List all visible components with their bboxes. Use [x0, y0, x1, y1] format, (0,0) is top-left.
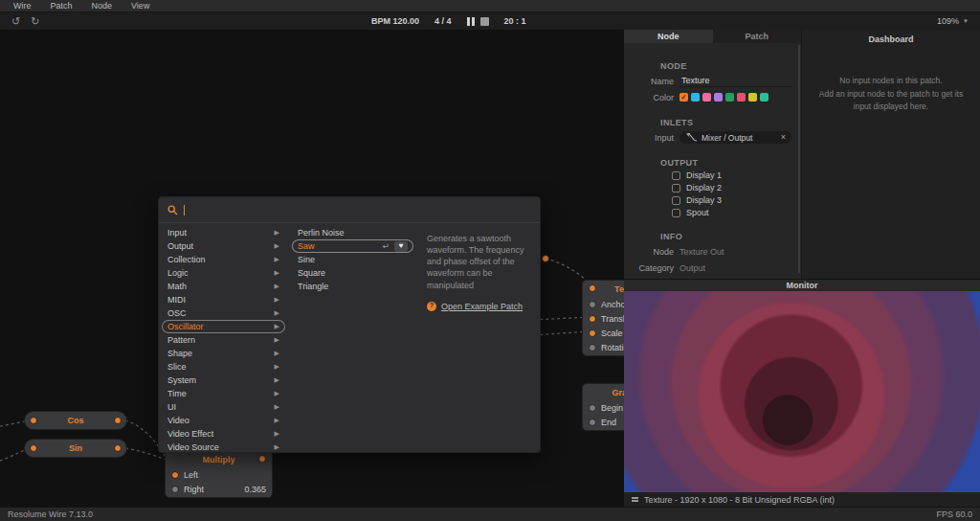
chevron-right-icon: ▶ — [275, 350, 279, 357]
node-name-input[interactable]: Texture — [679, 76, 792, 87]
category-label: Logic — [167, 268, 189, 278]
node-search[interactable] — [159, 197, 540, 223]
node-multiply[interactable]: Multiply Left Right 0.365 — [165, 450, 273, 498]
menu-patch[interactable]: Patch — [41, 1, 82, 11]
menu-view[interactable]: View — [122, 1, 159, 11]
color-swatch[interactable] — [737, 93, 746, 102]
remove-connection-icon[interactable]: × — [781, 133, 786, 142]
bpm-display[interactable]: BPM 120.00 — [371, 16, 419, 26]
output-option: Display 3 — [672, 195, 801, 205]
color-swatch[interactable] — [691, 93, 700, 102]
row-label: End — [601, 418, 616, 427]
input-port[interactable] — [589, 284, 596, 292]
input-port[interactable] — [171, 486, 179, 493]
row-value[interactable]: 0.365 — [244, 485, 266, 494]
time-signature[interactable]: 4 / 4 — [434, 16, 452, 26]
output-port[interactable] — [114, 417, 122, 424]
panel-scrollbar[interactable] — [798, 45, 800, 273]
category-item[interactable]: Logic ▶ — [159, 266, 288, 280]
category-item[interactable]: Shape ▶ — [159, 347, 288, 360]
chevron-right-icon: ▶ — [275, 269, 279, 277]
color-swatch[interactable] — [748, 93, 757, 102]
input-port[interactable] — [589, 329, 596, 337]
color-swatch[interactable] — [702, 93, 711, 102]
category-item[interactable]: Time ▶ — [159, 387, 288, 400]
color-swatch[interactable] — [760, 93, 768, 102]
input-port[interactable] — [30, 417, 37, 424]
input-port[interactable] — [589, 344, 596, 351]
result-label: Triangle — [298, 282, 328, 291]
node-row: End — [583, 415, 624, 429]
category-label: Slice — [167, 362, 187, 372]
undo-icon[interactable]: ↺ — [11, 16, 20, 27]
redo-icon[interactable]: ↻ — [31, 16, 39, 27]
pause-icon[interactable] — [467, 17, 475, 26]
color-swatch[interactable] — [714, 93, 723, 102]
category-item[interactable]: Pattern ▶ — [159, 333, 288, 347]
checkbox[interactable] — [672, 171, 680, 180]
input-port[interactable] — [589, 419, 596, 426]
stop-icon[interactable] — [480, 17, 489, 26]
result-item[interactable]: Square ↵ ♥ — [288, 266, 417, 280]
pause-icon[interactable] — [632, 497, 638, 502]
checkbox-label: Display 3 — [686, 195, 722, 205]
category-item[interactable]: System ▶ — [159, 374, 288, 387]
category-item[interactable]: Collection ▶ — [159, 253, 288, 266]
category-item[interactable]: Video Effect ▶ — [159, 427, 288, 441]
category-item[interactable]: Input ▶ — [159, 226, 288, 239]
result-item[interactable]: Sine ↵ ♥ — [288, 253, 417, 266]
category-item[interactable]: OSC ▶ — [159, 306, 288, 320]
output-port[interactable] — [258, 455, 266, 463]
category-item[interactable]: Oscillator ▶ — [162, 320, 285, 333]
result-item[interactable]: Perlin Noise ↵ ♥ — [288, 226, 417, 239]
category-item[interactable]: Video ▶ — [159, 414, 288, 427]
category-item[interactable]: MIDI ▶ — [159, 293, 288, 306]
chevron-right-icon: ▶ — [275, 390, 279, 397]
output-port[interactable] — [114, 444, 122, 452]
node-gradient[interactable]: Gradient Begin End — [582, 383, 624, 431]
input-port[interactable] — [589, 301, 596, 308]
search-icon — [167, 205, 178, 215]
help-icon: ? — [427, 302, 436, 311]
color-swatch[interactable] — [679, 93, 688, 102]
input-connection-pill[interactable]: Mixer / Output × — [679, 131, 791, 144]
connector-icon — [685, 133, 698, 142]
output-port[interactable] — [542, 255, 549, 262]
open-example-patch-link[interactable]: ? Open Example Patch — [427, 301, 528, 312]
row-label: Scale — [601, 328, 623, 338]
favorite-button[interactable]: ♥ — [394, 241, 408, 252]
menu-wire[interactable]: Wire — [4, 1, 41, 11]
section-header-node: NODE — [660, 61, 801, 71]
result-list: Perlin Noise ↵ ♥ Saw ↵ — [288, 226, 417, 454]
chevron-right-icon: ▶ — [275, 296, 279, 304]
fps-counter: FPS 60.0 — [936, 510, 972, 519]
tab-patch[interactable]: Patch — [713, 30, 802, 43]
node-cos[interactable]: Cos — [24, 411, 127, 430]
category-item[interactable]: Video Source ▶ — [159, 441, 288, 454]
category-item[interactable]: Math ▶ — [159, 280, 288, 293]
beat-counter[interactable]: 20 : 1 — [504, 16, 526, 26]
category-label: OSC — [167, 308, 187, 318]
checkbox-label: Display 2 — [686, 183, 722, 193]
tab-node[interactable]: Node — [624, 30, 713, 43]
category-item[interactable]: Slice ▶ — [159, 360, 288, 374]
checkbox[interactable] — [672, 184, 680, 193]
checkbox[interactable] — [672, 196, 680, 205]
node-sin[interactable]: Sin — [24, 439, 127, 458]
color-swatch[interactable] — [725, 93, 734, 102]
patch-canvas[interactable]: Cos Sin Multiply Left — [0, 30, 624, 507]
input-port[interactable] — [171, 471, 179, 479]
menu-node[interactable]: Node — [82, 1, 122, 11]
category-item[interactable]: Output ▶ — [159, 239, 288, 253]
checkbox[interactable] — [672, 209, 680, 217]
input-port[interactable] — [589, 404, 596, 412]
result-item[interactable]: Triangle ↵ ♥ — [288, 280, 417, 293]
return-icon: ↵ — [382, 241, 390, 251]
zoom-control[interactable]: 109% ▼ — [937, 12, 969, 30]
chevron-right-icon: ▶ — [275, 403, 279, 411]
category-item[interactable]: UI ▶ — [159, 400, 288, 414]
input-port[interactable] — [589, 315, 596, 323]
node-texture[interactable]: Texture Anchor Translate Scale Rotation — [582, 280, 624, 356]
input-port[interactable] — [30, 444, 37, 452]
result-item[interactable]: Saw ↵ ♥ — [292, 239, 413, 253]
